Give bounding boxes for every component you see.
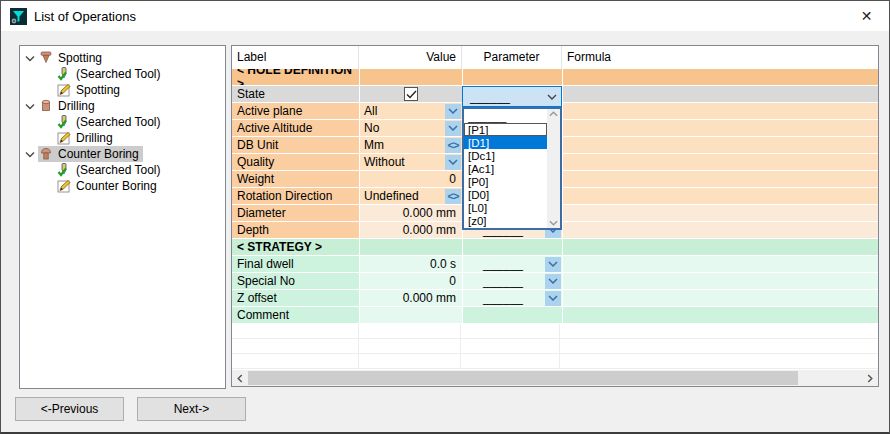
value-cell[interactable]: 0.000 mm [360, 222, 462, 238]
parameter-cell[interactable]: ______ [463, 273, 562, 289]
scrollbar-thumb[interactable] [248, 371, 798, 385]
horizontal-scrollbar[interactable] [232, 370, 878, 386]
tree-child-item[interactable]: Counter Boring [20, 178, 225, 194]
value-cell[interactable]: Mm<> [360, 137, 462, 153]
counterbore-icon [38, 146, 54, 162]
row-label: State [232, 86, 359, 102]
dropdown-item[interactable]: [D1] [464, 136, 547, 149]
formula-cell[interactable] [563, 188, 878, 204]
parameter-dropdown-button[interactable] [545, 291, 561, 306]
dropdown-item[interactable]: [z0] [464, 214, 547, 227]
formula-cell[interactable] [563, 239, 878, 255]
scroll-down-icon[interactable] [549, 220, 558, 226]
empty-row [232, 339, 878, 354]
formula-cell[interactable] [563, 222, 878, 238]
value-text: 0.000 mm [360, 206, 462, 220]
grid-header-row: LabelValueParameterFormula [232, 46, 878, 69]
value-cell[interactable]: No [360, 120, 462, 136]
formula-cell[interactable] [563, 137, 878, 153]
parameter-dropdown-button[interactable] [545, 257, 561, 272]
tree-child-item[interactable]: (Searched Tool) [20, 66, 225, 82]
parameter-dropdown-button[interactable] [545, 274, 561, 289]
value-cell[interactable] [360, 86, 462, 102]
dropdown-item[interactable]: [Ac1] [464, 162, 547, 175]
column-header[interactable]: Parameter [462, 46, 562, 69]
dropdown-item[interactable]: [L0] [464, 201, 547, 214]
value-exchange-button[interactable]: <> [445, 189, 461, 204]
parameter-cell[interactable]: ______ [463, 290, 562, 306]
value-cell[interactable]: 0 [360, 171, 462, 187]
formula-cell[interactable] [563, 154, 878, 170]
dropdown-item[interactable]: ______ [464, 110, 547, 123]
parameter-cell[interactable] [463, 307, 562, 323]
value-cell[interactable]: 0.0 s [360, 256, 462, 272]
tree-child-item[interactable]: Drilling [20, 130, 225, 146]
value-cell[interactable]: 0.000 mm [360, 205, 462, 221]
value-cell[interactable]: Undefined<> [360, 188, 462, 204]
value-cell[interactable]: 0.000 mm [360, 290, 462, 306]
dropdown-item[interactable]: [Dc1] [464, 149, 547, 162]
tree-child-item[interactable]: Spotting [20, 82, 225, 98]
value-text: 0.000 mm [360, 223, 462, 237]
formula-cell[interactable] [563, 86, 878, 102]
formula-cell[interactable] [563, 120, 878, 136]
column-header[interactable]: Formula [562, 46, 878, 69]
formula-cell[interactable] [563, 290, 878, 306]
value-dropdown-button[interactable] [445, 155, 461, 170]
chevron-down-icon[interactable] [22, 50, 38, 66]
scroll-up-icon[interactable] [549, 111, 558, 117]
parameter-cell[interactable]: ______ [463, 256, 562, 272]
row-label: Quality [232, 154, 359, 170]
empty-cell [461, 324, 560, 339]
column-header[interactable]: Value [359, 46, 462, 69]
value-cell[interactable]: Without [360, 154, 462, 170]
table-row: Special No0______ [232, 273, 878, 290]
value-cell[interactable] [360, 239, 462, 255]
parameter-cell[interactable] [463, 69, 562, 85]
value-cell[interactable]: All [360, 103, 462, 119]
empty-cell [560, 339, 878, 354]
formula-cell[interactable] [563, 273, 878, 289]
value-dropdown-button[interactable] [445, 104, 461, 119]
value-text: Without [360, 155, 445, 169]
value-cell[interactable] [360, 307, 462, 323]
parameter-placeholder: ______ [463, 274, 545, 288]
tree-group-item[interactable]: Drilling [20, 98, 225, 114]
dropdown-item[interactable]: [P1] [464, 123, 547, 136]
formula-cell[interactable] [563, 171, 878, 187]
dropdown-item[interactable]: [P0] [464, 175, 547, 188]
dropdown-scrollbar[interactable] [547, 109, 560, 228]
state-checkbox[interactable] [404, 87, 418, 101]
value-dropdown-button[interactable] [445, 121, 461, 136]
list-of-operations-dialog: List of Operations ✕ Spotting(Searched T… [0, 0, 890, 434]
value-cell[interactable]: 0 [360, 273, 462, 289]
empty-row [232, 324, 878, 339]
chevron-down-icon[interactable] [22, 98, 38, 114]
row-label: DB Unit [232, 137, 359, 153]
tree-item-label: (Searched Tool) [76, 115, 161, 129]
tree-group-item[interactable]: Counter Boring [20, 146, 225, 162]
tree-item-label: Drilling [76, 131, 113, 145]
formula-cell[interactable] [563, 69, 878, 85]
parameter-cell[interactable] [463, 239, 562, 255]
parameter-combobox[interactable]: ______ [462, 86, 562, 107]
formula-cell[interactable] [563, 256, 878, 272]
tree-child-item[interactable]: (Searched Tool) [20, 162, 225, 178]
tree-child-item[interactable]: (Searched Tool) [20, 114, 225, 130]
scroll-left-icon[interactable] [232, 370, 248, 386]
formula-cell[interactable] [563, 307, 878, 323]
formula-cell[interactable] [563, 205, 878, 221]
next-button[interactable]: Next-> [137, 397, 246, 421]
value-exchange-button[interactable]: <> [445, 138, 461, 153]
edit-icon [56, 130, 72, 146]
scroll-right-icon[interactable] [862, 370, 878, 386]
value-text: 0.000 mm [360, 291, 462, 305]
formula-cell[interactable] [563, 103, 878, 119]
dropdown-item[interactable]: [D0] [464, 188, 547, 201]
close-icon[interactable]: ✕ [844, 1, 889, 31]
value-cell[interactable] [360, 69, 462, 85]
tree-group-item[interactable]: Spotting [20, 50, 225, 66]
column-header[interactable]: Label [232, 46, 359, 69]
chevron-down-icon[interactable] [22, 146, 38, 162]
previous-button[interactable]: <-Previous [15, 397, 124, 421]
